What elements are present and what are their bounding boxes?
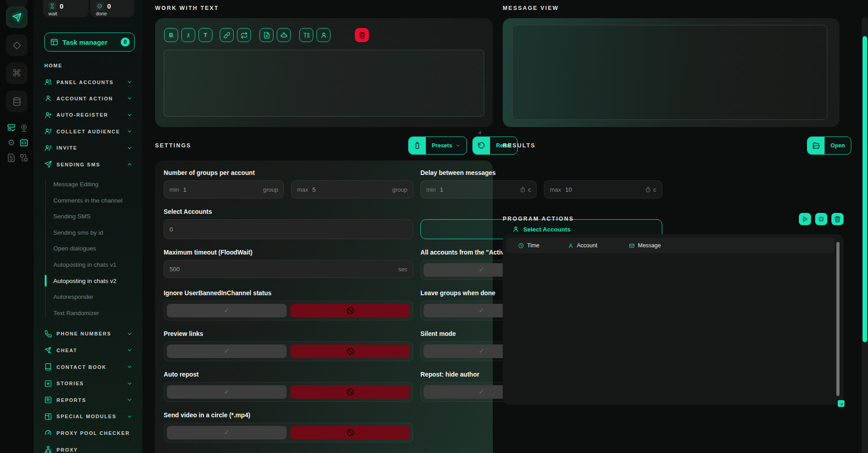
gear-icon[interactable]: ⚙ bbox=[7, 138, 16, 147]
message-text-input[interactable] bbox=[164, 50, 484, 117]
import-file-button[interactable] bbox=[259, 28, 274, 42]
link-icon bbox=[223, 32, 231, 39]
folder-open-icon bbox=[807, 137, 825, 154]
gauge-icon bbox=[44, 429, 52, 437]
groups-max-input[interactable] bbox=[312, 186, 392, 193]
people-icon bbox=[44, 78, 52, 86]
stop-icon bbox=[818, 216, 825, 222]
sidebar-item-sending-sms[interactable]: SENDING SMS bbox=[33, 156, 142, 172]
results-actions: Open bbox=[807, 137, 851, 155]
results-title: RESULTS bbox=[503, 142, 536, 149]
spinner-repeat-button[interactable] bbox=[237, 28, 251, 42]
sidebar-item-cheat[interactable]: CHEAT bbox=[33, 342, 142, 359]
block-toggle-button[interactable] bbox=[290, 304, 410, 317]
book-icon bbox=[44, 363, 52, 371]
sidebar-item-invite[interactable]: INVITE bbox=[33, 140, 142, 156]
accounts-count-input[interactable] bbox=[170, 226, 407, 233]
open-results-button[interactable]: Open bbox=[807, 137, 851, 155]
person-plus-icon bbox=[44, 111, 52, 119]
play-icon bbox=[802, 216, 808, 222]
subitem-comments-in-channel[interactable]: Comments in the channel bbox=[33, 192, 142, 208]
table-resize-handle[interactable] bbox=[838, 400, 844, 407]
timeout-input[interactable] bbox=[170, 266, 398, 273]
table-scrollbar-thumb[interactable] bbox=[836, 242, 840, 396]
swap-icon[interactable] bbox=[19, 153, 28, 162]
delay-min-input[interactable] bbox=[440, 186, 520, 193]
clear-text-button[interactable] bbox=[355, 28, 369, 42]
rail-premium-button[interactable] bbox=[6, 34, 28, 56]
app-icon-rail: ⌘ ⚙ bbox=[0, 0, 33, 453]
rail-sender-button[interactable] bbox=[6, 6, 28, 28]
sidebar-item-proxy[interactable]: PROXY bbox=[33, 441, 142, 453]
allow-toggle-button[interactable]: ✓ bbox=[167, 304, 287, 317]
delay-min-field: min c bbox=[420, 180, 537, 198]
sidebar-item-special-modules[interactable]: SPECIAL MODULES bbox=[33, 408, 142, 425]
work-with-text-title: WORK WITH TEXT bbox=[155, 5, 219, 11]
mention-user-button[interactable] bbox=[316, 28, 330, 42]
rail-commands-button[interactable]: ⌘ bbox=[6, 62, 28, 84]
bot-button[interactable] bbox=[277, 28, 291, 42]
textarea-resize-icon[interactable] bbox=[476, 129, 481, 134]
task-manager-button[interactable]: Task manager 0 bbox=[44, 33, 135, 52]
text-template-button[interactable] bbox=[299, 28, 313, 42]
start-button[interactable] bbox=[799, 213, 811, 225]
ban-icon bbox=[346, 429, 354, 437]
italic-button[interactable]: I bbox=[181, 28, 195, 42]
subitem-message-editing[interactable]: Message Editing bbox=[33, 176, 142, 193]
sidebar-item-proxy-pool-checker[interactable]: PROXY POOL CHECKER bbox=[33, 425, 142, 442]
subitem-open-dialogues[interactable]: Open dialogues bbox=[33, 241, 142, 257]
subitem-text-randomizer[interactable]: Text Randomizer bbox=[33, 305, 142, 321]
allow-toggle-button[interactable]: ✓ bbox=[167, 385, 287, 399]
sidebar-item-phone-numbers[interactable]: PHONE NUMBERS bbox=[33, 326, 142, 342]
subitem-autoposting-v1[interactable]: Autoposting in chats v1 bbox=[33, 257, 142, 273]
column-time: Time bbox=[518, 242, 568, 249]
person-lines-icon bbox=[44, 127, 52, 135]
allow-toggle-button[interactable]: ✓ bbox=[167, 344, 287, 358]
groups-min-field: min group bbox=[164, 180, 284, 198]
subitem-autoresponder[interactable]: Autoresponder bbox=[33, 289, 142, 305]
rail-database-button[interactable] bbox=[6, 90, 28, 112]
block-toggle-button[interactable] bbox=[290, 385, 410, 399]
subitem-sending-sms[interactable]: Sending SMS bbox=[33, 208, 142, 225]
webcam-person-icon[interactable] bbox=[19, 123, 28, 132]
subitem-autoposting-v2[interactable]: Autoposting in chats v2 bbox=[33, 273, 142, 289]
delay-max-field: max c bbox=[544, 180, 662, 198]
sending-sms-submenu: Message Editing Comments in the channel … bbox=[33, 176, 142, 321]
toggle-preview-links: Preview links ✓ bbox=[164, 330, 413, 361]
block-toggle-button[interactable] bbox=[290, 426, 410, 439]
sidebar-item-collect-audience[interactable]: COLLECT AUDIENCE bbox=[33, 123, 142, 140]
presets-button[interactable]: Presets bbox=[408, 137, 467, 155]
text-lines-icon bbox=[303, 32, 310, 39]
bold-button[interactable]: B bbox=[164, 28, 178, 42]
command-icon: ⌘ bbox=[12, 69, 22, 78]
delay-max-input[interactable] bbox=[565, 186, 645, 193]
settings-title: SETTINGS bbox=[155, 142, 191, 149]
chevron-down-icon bbox=[127, 95, 132, 101]
insert-link-button[interactable] bbox=[220, 28, 234, 42]
network-icon bbox=[44, 446, 52, 453]
check-circle-icon bbox=[96, 2, 104, 10]
sidebar-item-contact-book[interactable]: CONTACT BOOK bbox=[33, 359, 142, 375]
trash-icon bbox=[359, 32, 366, 39]
ban-icon bbox=[346, 347, 354, 355]
subitem-sending-sms-by-id[interactable]: Sending sms by id bbox=[33, 225, 142, 241]
sidebar-item-auto-register[interactable]: AUTO-REGISTER bbox=[33, 107, 142, 123]
sidebar-item-reports[interactable]: REPORTS bbox=[33, 392, 142, 408]
sidebar-item-stories[interactable]: STORIES bbox=[33, 375, 142, 392]
sidebar-item-panel-accounts[interactable]: PANEL ACCOUNTS bbox=[33, 74, 142, 90]
text-style-button[interactable]: T bbox=[198, 28, 212, 42]
wait-count: 0 bbox=[60, 2, 63, 10]
block-toggle-button[interactable] bbox=[290, 344, 410, 358]
document-check-icon[interactable] bbox=[7, 153, 16, 162]
allow-toggle-button[interactable]: ✓ bbox=[167, 426, 287, 439]
groups-min-input[interactable] bbox=[183, 186, 263, 193]
sidebar-item-home[interactable]: HOME bbox=[33, 57, 142, 74]
server-check-icon[interactable] bbox=[7, 123, 16, 132]
chevron-down-icon bbox=[127, 145, 132, 151]
window-scrollbar-thumb[interactable] bbox=[863, 36, 867, 342]
toggle-auto-repost: Auto repost ✓ bbox=[164, 371, 413, 402]
code-box-icon[interactable] bbox=[19, 138, 28, 147]
stop-button[interactable] bbox=[815, 213, 827, 225]
clear-log-button[interactable] bbox=[831, 213, 844, 225]
sidebar-item-account-action[interactable]: ACCOUNT ACTION bbox=[33, 90, 142, 107]
